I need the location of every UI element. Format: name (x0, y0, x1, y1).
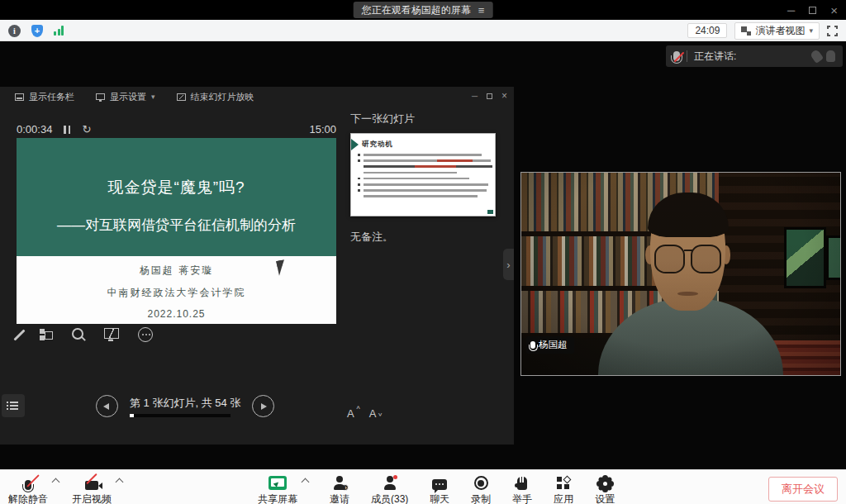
minimize-button[interactable]: ─ (787, 4, 795, 17)
chat-icon (432, 479, 447, 490)
next-slide-label: 下一张幻灯片 (350, 112, 415, 126)
reaction-icons (812, 50, 835, 62)
thumbnail-title-banner: 研究动机 (351, 139, 393, 150)
apps-grid-icon (557, 477, 570, 490)
watching-banner[interactable]: 您正在观看杨国超的屏幕 ≡ (354, 2, 493, 18)
next-slide-button[interactable] (252, 395, 274, 417)
fullscreen-icon[interactable] (827, 26, 838, 36)
current-slide[interactable]: 现金贷是“魔鬼”吗? ——对互联网借贷平台征信机制的分析 杨国超 蒋安璇 中南财… (17, 138, 336, 324)
arrow-left-icon (103, 403, 109, 410)
slide-title: 现金贷是“魔鬼”吗? (17, 138, 336, 198)
members-icon (383, 476, 397, 490)
webcam-video[interactable]: 杨国超 (520, 172, 841, 376)
slide-affiliation: 中南财经政法大学会计学院 (17, 286, 336, 300)
notes-font-buttons: A A (347, 407, 381, 420)
meeting-info-icon[interactable]: i (8, 25, 21, 37)
mic-icon (530, 341, 535, 349)
invite-button[interactable]: + 邀请 (330, 474, 349, 504)
slide-footer-block: 杨国超 蒋安璇 中南财经政法大学会计学院 2022.10.25 (17, 256, 336, 324)
chevron-down-icon: ▾ (151, 93, 155, 101)
leave-meeting-button[interactable]: 离开会议 (768, 477, 838, 502)
share-screen-icon (269, 476, 287, 490)
switch-window-icon[interactable]: ≡ (478, 5, 485, 16)
network-signal-icon[interactable] (54, 26, 64, 36)
participant-name: 杨国超 (539, 339, 568, 351)
next-slide-thumbnail[interactable]: 研究动机 (350, 133, 496, 216)
ppt-restore-button[interactable] (487, 93, 492, 99)
mic-options-chevron[interactable] (52, 478, 60, 487)
record-button[interactable]: 录制 (471, 474, 491, 504)
notes-font-larger-button[interactable]: A (347, 407, 359, 420)
settings-button[interactable]: 设置 (595, 474, 615, 504)
more-options-icon[interactable] (138, 327, 153, 342)
annotation-toolbar (18, 325, 153, 345)
view-mode-dropdown[interactable]: 演讲者视图 ▾ (734, 22, 820, 40)
thumbnail-corner-mark (487, 210, 493, 214)
previous-slide-button[interactable] (96, 395, 118, 417)
taskbar-icon (15, 93, 24, 101)
see-all-slides-icon[interactable] (40, 328, 53, 341)
notes-font-smaller-button[interactable]: A (369, 407, 382, 420)
title-bar: 您正在观看杨国超的屏幕 ≡ ─ × (0, 0, 846, 20)
ppt-close-button[interactable]: × (501, 90, 507, 102)
unmute-button[interactable]: 解除静音 (8, 474, 48, 504)
invite-person-icon: + (332, 476, 347, 490)
show-taskbar-button[interactable]: 显示任务栏 (15, 91, 74, 103)
pen-tool-icon[interactable] (13, 329, 25, 340)
slide-progress-bar[interactable] (130, 414, 231, 417)
thumbnail-text-lines (356, 154, 490, 202)
elapsed-timer: 0:00:34 (17, 123, 52, 136)
share-options-chevron[interactable] (302, 478, 310, 487)
arrow-right-icon (261, 403, 267, 410)
share-screen-button[interactable]: 共享屏幕 (258, 474, 297, 504)
hand-icon (810, 49, 824, 64)
muted-mic-icon (673, 51, 680, 61)
shared-screen-presenter-view: 显示任务栏 显示设置 ▾ 结束幻灯片放映 ─ × 0:00:34 (0, 87, 514, 445)
slide-subtitle: ——对互联网借贷平台征信机制的分析 (17, 216, 336, 235)
slide-list-button[interactable] (2, 394, 25, 417)
chevron-banner-icon (351, 139, 359, 150)
zoom-slide-icon[interactable] (72, 328, 85, 341)
meeting-toolbar: i + 24:09 演讲者视图 ▾ (0, 20, 846, 41)
slide-navigation: 第 1 张幻灯片, 共 54 张 (96, 395, 274, 417)
ppt-minimize-button[interactable]: ─ (472, 92, 478, 101)
slide-authors: 杨国超 蒋安璇 (17, 256, 336, 278)
end-slideshow-button[interactable]: 结束幻灯片放映 (177, 91, 254, 103)
display-settings-button[interactable]: 显示设置 ▾ (96, 91, 155, 103)
start-video-button[interactable]: 开启视频 (72, 474, 112, 504)
raise-hand-icon (517, 477, 527, 490)
chevron-down-icon: ▾ (809, 26, 813, 35)
notification-dot (393, 475, 397, 479)
security-shield-icon[interactable]: + (31, 25, 43, 37)
slide-title-block: 现金贷是“魔鬼”吗? ——对互联网借贷平台征信机制的分析 (17, 138, 336, 256)
members-button[interactable]: 成员(33) (371, 474, 408, 504)
speaking-panel: 正在讲话: (666, 45, 843, 67)
notes-placeholder: 无备注。 (350, 230, 393, 245)
slide-date: 2022.10.25 (17, 308, 336, 320)
pause-timer-button[interactable] (64, 126, 70, 134)
slide-counter: 第 1 张幻灯片, 共 54 张 (130, 396, 240, 411)
end-slideshow-icon (177, 93, 186, 101)
main-stage: 正在讲话: 显示任务栏 显示设置 ▾ 结束幻灯片放映 (0, 41, 846, 469)
video-options-chevron[interactable] (116, 478, 124, 487)
display-icon (96, 93, 105, 100)
view-mode-label: 演讲者视图 (755, 24, 805, 38)
speaking-label: 正在讲话: (694, 50, 736, 64)
participant-name-tag: 杨国超 (526, 336, 574, 354)
hand-icon (826, 50, 835, 62)
maximize-button[interactable] (809, 7, 816, 14)
raise-hand-button[interactable]: 举手 (512, 474, 532, 504)
meeting-duration: 24:09 (687, 23, 727, 38)
divider (687, 50, 687, 62)
apps-button[interactable]: 应用 (554, 474, 573, 504)
meeting-window: 您正在观看杨国超的屏幕 ≡ ─ × i + 24:09 演讲者视图 ▾ (0, 0, 846, 504)
gear-icon (599, 478, 611, 490)
chat-button[interactable]: 聊天 (430, 474, 449, 504)
close-button[interactable]: × (830, 3, 838, 17)
black-screen-icon[interactable] (104, 328, 119, 341)
next-slide-title: 研究动机 (362, 140, 393, 150)
panel-expand-handle[interactable]: › (503, 249, 514, 280)
watching-label: 您正在观看杨国超的屏幕 (362, 3, 471, 17)
meeting-control-bar: 解除静音 开启视频 共享屏幕 + 邀请 成 (0, 469, 846, 504)
restart-timer-button[interactable]: ↻ (82, 123, 91, 136)
